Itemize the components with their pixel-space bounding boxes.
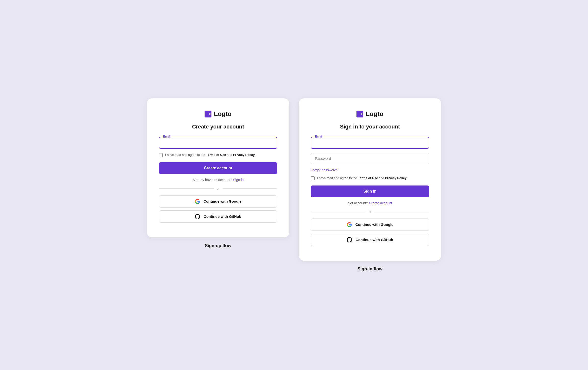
signin-flow-wrapper: Logto Sign in to your account Email Forg… — [299, 98, 441, 271]
signin-terms-label: I have read and agree to the Terms of Us… — [317, 176, 407, 180]
signup-signin-link[interactable]: Sign in — [233, 178, 244, 182]
signin-terms-row: I have read and agree to the Terms of Us… — [311, 176, 429, 180]
signin-github-label: Continue with GitHub — [355, 238, 393, 242]
signin-password-input[interactable] — [311, 153, 429, 164]
signup-github-button[interactable]: Continue with GitHub — [159, 210, 277, 223]
signin-google-button[interactable]: Continue with Google — [311, 219, 429, 231]
signin-github-button[interactable]: Continue with GitHub — [311, 234, 429, 246]
signin-divider: or — [311, 210, 429, 214]
signin-terms-checkbox[interactable] — [311, 176, 315, 180]
signin-email-label: Email — [314, 135, 323, 138]
signin-button[interactable]: Sign in — [311, 185, 429, 197]
google-icon — [195, 199, 200, 204]
signin-logo-text: Logto — [366, 110, 383, 118]
forgot-password-link[interactable]: Forgot password? — [311, 168, 429, 172]
signup-logo-text: Logto — [214, 110, 232, 118]
signup-card: Logto Create your account Email I have r… — [147, 98, 289, 237]
github-icon — [195, 214, 200, 219]
signin-password-group — [311, 153, 429, 164]
signup-flow-label: Sign-up flow — [205, 243, 231, 248]
signin-alt-link: Not account? Create account — [311, 201, 429, 205]
signin-email-group: Email — [311, 137, 429, 149]
signup-email-input[interactable] — [159, 137, 277, 148]
signin-card: Logto Sign in to your account Email Forg… — [299, 98, 441, 260]
signup-logo: Logto — [159, 110, 277, 118]
signin-title: Sign in to your account — [311, 124, 429, 130]
signup-terms-row: I have read and agree to the Terms of Us… — [159, 153, 277, 157]
signup-divider: or — [159, 187, 277, 190]
create-account-button[interactable]: Create account — [159, 162, 277, 174]
signup-logo-icon — [205, 111, 211, 117]
signup-google-button[interactable]: Continue with Google — [159, 195, 277, 208]
signin-email-wrapper: Email — [311, 137, 429, 149]
google-icon-signin — [347, 222, 352, 227]
signup-email-wrapper: Email — [159, 137, 277, 149]
signup-email-group: Email — [159, 137, 277, 149]
signin-email-input[interactable] — [311, 137, 429, 148]
signup-google-label: Continue with Google — [204, 199, 242, 203]
signin-logo-icon — [356, 111, 363, 117]
signin-create-link[interactable]: Create account — [369, 201, 392, 205]
signin-logo: Logto — [311, 110, 429, 118]
signup-email-label: Email — [162, 135, 172, 138]
signup-terms-label: I have read and agree to the Terms of Us… — [165, 153, 256, 157]
signin-password-wrapper — [311, 153, 429, 164]
github-icon-signin — [347, 237, 352, 243]
signup-alt-link: Already have an account? Sign in — [159, 178, 277, 182]
signup-flow-wrapper: Logto Create your account Email I have r… — [147, 98, 289, 248]
signup-github-label: Continue with GitHub — [204, 214, 241, 219]
signin-google-label: Continue with Google — [355, 222, 393, 227]
signin-flow-label: Sign-in flow — [357, 266, 382, 272]
signup-terms-checkbox[interactable] — [159, 153, 163, 157]
signup-title: Create your account — [159, 124, 277, 130]
page-container: Logto Create your account Email I have r… — [147, 98, 441, 271]
